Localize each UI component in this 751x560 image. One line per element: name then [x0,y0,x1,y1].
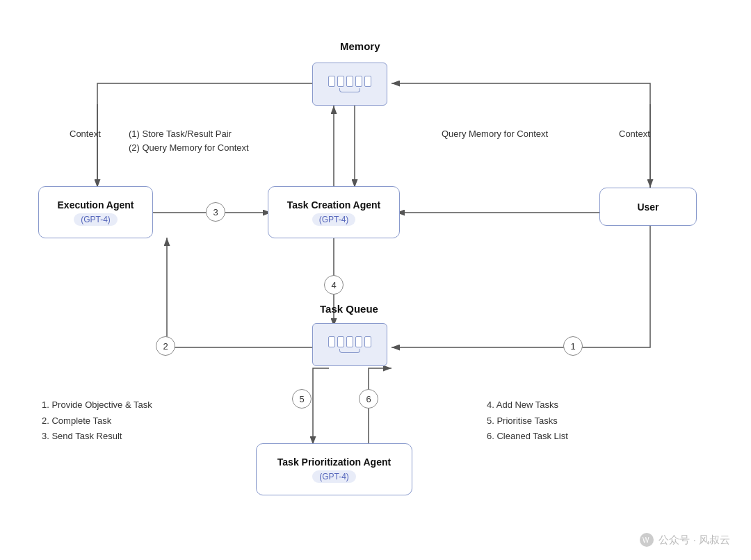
task-creation-agent-node: Task Creation Agent (GPT-4) [268,186,400,238]
circle-4: 4 [324,275,344,295]
circle-1: 1 [563,336,583,356]
circle-5: 5 [292,389,312,409]
memory-slot [328,76,335,87]
user-title: User [637,201,659,213]
execution-agent-subtitle: (GPT-4) [74,213,118,226]
memory-slot [346,76,353,87]
wechat-icon: W [639,532,654,547]
task-queue-slots [328,336,371,347]
query-memory-center-label: (2) Query Memory for Context [129,142,249,153]
watermark: W 公众号 · 风叔云 [639,532,730,547]
task-creation-agent-title: Task Creation Agent [287,199,381,211]
store-task-label: (1) Store Task/Result Pair [129,129,232,139]
right-list-item-2: 5. Prioritise Tasks [487,415,558,426]
svg-text:W: W [643,536,649,544]
memory-slot [355,76,362,87]
left-list-item-1: 1. Provide Objective & Task [42,400,152,410]
task-queue-slot [337,336,344,347]
task-prioritization-agent-subtitle: (GPT-4) [312,470,356,483]
right-list-item-1: 4. Add New Tasks [487,400,558,410]
task-queue-slot [355,336,362,347]
memory-slot [364,76,371,87]
memory-connector [339,88,360,92]
task-queue-slot [328,336,335,347]
memory-node [312,63,387,106]
user-node: User [599,188,697,226]
memory-slot [337,76,344,87]
query-memory-right-label: Query Memory for Context [442,129,548,139]
memory-slots [328,76,371,87]
circle-2: 2 [156,336,175,356]
context-right-label: Context [619,129,650,139]
task-creation-agent-subtitle: (GPT-4) [312,213,356,226]
task-prioritization-agent-node: Task Prioritization Agent (GPT-4) [256,443,412,495]
task-prioritization-agent-title: Task Prioritization Agent [277,456,391,468]
circle-6: 6 [359,389,378,409]
circle-3: 3 [206,202,225,222]
context-left-label: Context [70,129,101,139]
task-queue-label: Task Queue [320,303,378,315]
memory-label: Memory [340,40,380,52]
right-list-item-3: 6. Cleaned Task List [487,431,568,441]
left-list-item-3: 3. Send Task Result [42,431,122,441]
diagram-container: Memory Execution Agent (GPT-4) Task Crea… [0,0,751,560]
task-queue-connector [339,349,360,353]
task-queue-node [312,323,387,366]
execution-agent-node: Execution Agent (GPT-4) [38,186,153,238]
execution-agent-title: Execution Agent [58,199,134,211]
task-queue-slot [364,336,371,347]
task-queue-slot [346,336,353,347]
left-list-item-2: 2. Complete Task [42,415,111,426]
